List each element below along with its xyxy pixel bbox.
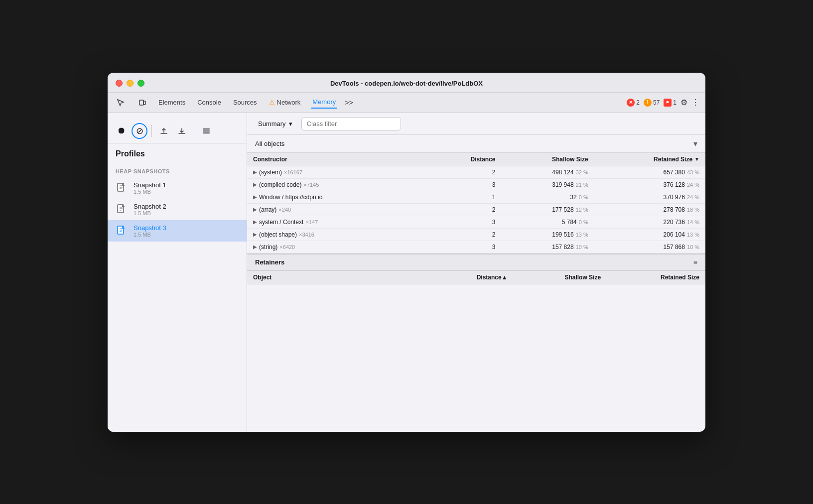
separator-1 — [151, 125, 152, 137]
retained-size-cell: 657 38043 % — [594, 166, 705, 178]
count-label: ×3416 — [299, 232, 314, 238]
snapshot-2-item[interactable]: Snapshot 2 1.5 MB — [108, 199, 247, 220]
count-label: ×147 — [305, 219, 318, 225]
sort-desc-icon: ▼ — [694, 156, 699, 162]
expand-icon[interactable]: ▶ — [253, 169, 257, 175]
inspect-element-icon[interactable] — [114, 96, 128, 110]
col-distance[interactable]: Distance — [430, 153, 502, 166]
table-body: ▶ (system) ×16167 2 498 12432 % 657 3804… — [247, 166, 705, 253]
distance-cell: 2 — [430, 228, 502, 241]
tab-memory[interactable]: Memory — [311, 96, 337, 109]
minimize-button[interactable] — [127, 80, 134, 87]
maximize-button[interactable] — [137, 80, 144, 87]
memory-toolbar: ⏺ ⊘ — [108, 119, 247, 143]
tab-elements[interactable]: Elements — [157, 97, 186, 108]
device-toolbar-icon[interactable] — [136, 96, 149, 110]
expand-icon[interactable]: ▶ — [253, 219, 257, 225]
retained-size-cell: 206 10413 % — [594, 228, 705, 241]
distance-cell: 3 — [430, 241, 502, 253]
error-icon: ✕ — [627, 99, 635, 107]
table-header-row: Constructor Distance Shallow Size Retain… — [247, 153, 705, 166]
svg-rect-3 — [203, 130, 210, 131]
more-tabs-button[interactable]: >> — [345, 99, 353, 107]
record-button[interactable]: ⏺ — [114, 123, 130, 139]
class-filter-input[interactable] — [301, 117, 401, 130]
shallow-size-cell: 157 82810 % — [502, 241, 594, 253]
count-label: ×7145 — [303, 182, 319, 188]
col-constructor[interactable]: Constructor — [247, 153, 430, 166]
distance-cell: 1 — [430, 191, 502, 203]
expand-icon[interactable]: ▶ — [253, 182, 257, 187]
heap-table: Constructor Distance Shallow Size Retain… — [247, 153, 705, 253]
all-objects-dropdown-icon[interactable]: ▾ — [693, 139, 697, 148]
distance-cell: 3 — [430, 178, 502, 191]
svg-rect-1 — [143, 101, 145, 105]
snapshot-1-icon — [116, 182, 128, 194]
heap-snapshots-label: HEAP SNAPSHOTS — [108, 164, 247, 177]
close-button[interactable] — [116, 80, 123, 87]
count-label: ×16167 — [284, 169, 302, 175]
retained-size-cell: 157 86810 % — [594, 241, 705, 253]
error-badge[interactable]: ✕ 2 — [627, 99, 640, 107]
expand-icon[interactable]: ▶ — [253, 194, 257, 200]
retainers-menu-icon[interactable]: ≡ — [693, 258, 697, 266]
table-row[interactable]: ▶ (array) ×240 2 177 52812 % 278 70818 % — [247, 203, 705, 216]
table-row[interactable]: ▶ (string) ×6420 3 157 82810 % 157 86810… — [247, 241, 705, 253]
constructor-name: (array) — [259, 206, 276, 213]
ret-col-shallow-size[interactable]: Shallow Size — [514, 271, 607, 284]
profiles-section: Profiles HEAP SNAPSHOTS Snapshot 1 1.5 M… — [108, 143, 247, 246]
svg-rect-4 — [203, 132, 210, 133]
titlebar: DevTools - codepen.io/web-dot-dev/live/P… — [108, 73, 705, 93]
shallow-size-cell: 320 % — [502, 191, 594, 203]
table-row[interactable]: ▶ (system) ×16167 2 498 12432 % 657 3804… — [247, 166, 705, 178]
tab-console[interactable]: Console — [196, 97, 222, 108]
retained-size-cell: 220 73614 % — [594, 216, 705, 228]
snapshot-1-item[interactable]: Snapshot 1 1.5 MB — [108, 177, 247, 199]
ret-col-retained-size[interactable]: Retained Size — [607, 271, 705, 284]
nav-tabs: Elements Console Sources ⚠ Network Memor… — [157, 96, 337, 109]
table-row[interactable]: ▶ Window / https://cdpn.io 1 320 % 370 9… — [247, 191, 705, 203]
snapshot-3-text: Snapshot 3 1.5 MB — [134, 224, 166, 238]
ret-col-object[interactable]: Object — [247, 271, 430, 284]
constructor-name: (string) — [259, 244, 277, 251]
download-button[interactable] — [174, 123, 190, 139]
shallow-size-cell: 5 7840 % — [502, 216, 594, 228]
warning-badge[interactable]: ! 57 — [644, 99, 660, 107]
svg-rect-0 — [139, 100, 143, 105]
expand-icon[interactable]: ▶ — [253, 244, 257, 250]
snapshot-3-icon — [116, 225, 128, 237]
shallow-size-cell: 199 51613 % — [502, 228, 594, 241]
main-table-container[interactable]: Constructor Distance Shallow Size Retain… — [247, 153, 705, 432]
all-objects-bar: All objects ▾ — [247, 135, 705, 153]
retained-size-cell: 376 12824 % — [594, 178, 705, 191]
retainers-header: Retainers ≡ — [247, 254, 705, 271]
constructor-name: (object shape) — [259, 231, 297, 238]
content-area: Summary ▾ All objects ▾ Constructor Dist… — [247, 113, 705, 432]
tab-sources[interactable]: Sources — [232, 97, 258, 108]
retained-size-cell: 278 70818 % — [594, 203, 705, 216]
col-retained-size[interactable]: Retained Size ▼ — [594, 153, 705, 166]
flag-badge[interactable]: ⚑ 1 — [664, 99, 677, 107]
count-label: ×240 — [278, 207, 291, 213]
clear-profiles-button[interactable] — [198, 123, 214, 139]
summary-dropdown[interactable]: Summary ▾ — [253, 118, 297, 130]
shallow-size-cell: 177 52812 % — [502, 203, 594, 216]
col-shallow-size[interactable]: Shallow Size — [502, 153, 594, 166]
devtools-window: DevTools - codepen.io/web-dot-dev/live/P… — [108, 73, 705, 432]
retainers-empty-row — [247, 284, 705, 324]
settings-icon[interactable]: ⚙ — [680, 98, 687, 107]
retainers-section: Retainers ≡ Object Distance▲ Shallow Siz… — [247, 253, 705, 324]
ret-col-distance[interactable]: Distance▲ — [430, 271, 514, 284]
upload-button[interactable] — [156, 123, 172, 139]
expand-icon[interactable]: ▶ — [253, 232, 257, 237]
clear-button[interactable]: ⊘ — [132, 123, 147, 139]
more-options-icon[interactable]: ⋮ — [691, 98, 699, 107]
status-badges: ✕ 2 ! 57 ⚑ 1 ⚙ ⋮ — [627, 98, 699, 107]
distance-cell: 3 — [430, 216, 502, 228]
table-row[interactable]: ▶ (object shape) ×3416 2 199 51613 % 206… — [247, 228, 705, 241]
expand-icon[interactable]: ▶ — [253, 207, 257, 212]
tab-network[interactable]: ⚠ Network — [268, 97, 302, 108]
table-row[interactable]: ▶ (compiled code) ×7145 3 319 94821 % 37… — [247, 178, 705, 191]
snapshot-3-item[interactable]: Snapshot 3 1.5 MB — [108, 220, 247, 242]
table-row[interactable]: ▶ system / Context ×147 3 5 7840 % 220 7… — [247, 216, 705, 228]
